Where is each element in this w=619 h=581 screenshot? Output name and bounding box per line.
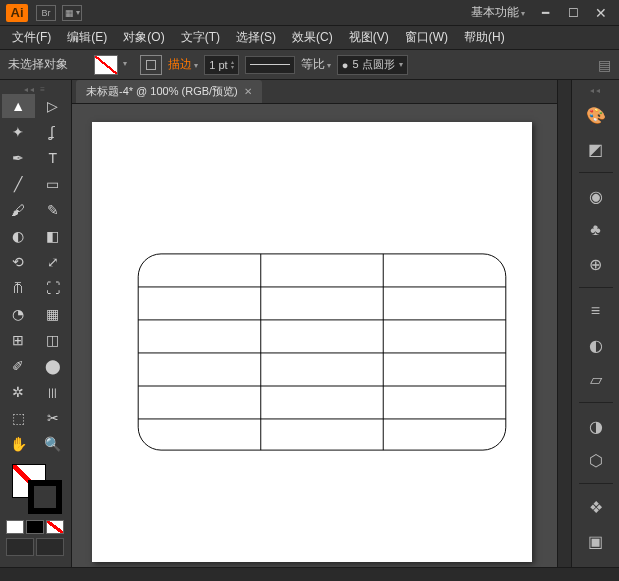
layers-panel-icon[interactable]: ❖ bbox=[581, 494, 611, 520]
direct-selection-tool[interactable]: ▷ bbox=[37, 94, 70, 118]
close-button[interactable]: ✕ bbox=[589, 4, 613, 22]
menu-select[interactable]: 选择(S) bbox=[228, 26, 284, 49]
fill-swatch[interactable] bbox=[94, 55, 118, 75]
appearance-panel-icon[interactable]: ◑ bbox=[581, 413, 611, 439]
artboard-tool[interactable]: ⬚ bbox=[2, 406, 35, 430]
panel-dock-edge[interactable] bbox=[557, 80, 571, 567]
color-mode-gradient[interactable] bbox=[26, 520, 44, 534]
zoom-tool[interactable]: 🔍 bbox=[37, 432, 70, 456]
right-panel-strip: ◂◂ 🎨 ◩ ◉ ♣ ⊕ ≡ ◐ ▱ ◑ ⬡ ❖ ▣ bbox=[571, 80, 619, 567]
shape-builder-tool[interactable]: ◔ bbox=[2, 302, 35, 326]
bridge-icon[interactable]: Br bbox=[36, 5, 56, 21]
color-panel-icon[interactable]: 🎨 bbox=[581, 102, 611, 128]
gradient-panel-icon[interactable]: ◐ bbox=[581, 332, 611, 358]
minimize-button[interactable]: ━ bbox=[533, 4, 557, 22]
perspective-tool[interactable]: ▦ bbox=[37, 302, 70, 326]
symbol-sprayer-tool[interactable]: ✲ bbox=[2, 380, 35, 404]
rounded-table-graphic[interactable] bbox=[132, 252, 512, 452]
control-menu-icon[interactable]: ▤ bbox=[598, 57, 611, 73]
lasso-tool[interactable]: ʆ bbox=[37, 120, 70, 144]
status-bar bbox=[0, 567, 619, 581]
stroke-panel-icon[interactable]: ≡ bbox=[581, 298, 611, 324]
paintbrush-tool[interactable]: 🖌 bbox=[2, 198, 35, 222]
stroke-weight-value: 1 pt bbox=[209, 59, 227, 71]
color-mode-solid[interactable] bbox=[6, 520, 24, 534]
swatches-panel-icon[interactable]: ◉ bbox=[581, 183, 611, 209]
panel-grip-icon[interactable]: ◂◂ ≡ bbox=[2, 84, 69, 94]
stroke-label[interactable]: 描边 bbox=[168, 56, 198, 73]
screen-mode-normal[interactable] bbox=[6, 538, 34, 556]
eraser-tool[interactable]: ◧ bbox=[37, 224, 70, 248]
magic-wand-tool[interactable]: ✦ bbox=[2, 120, 35, 144]
menu-edit[interactable]: 编辑(E) bbox=[59, 26, 115, 49]
brush-profile-select[interactable]: ● 5 点圆形 ▾ bbox=[337, 55, 408, 75]
panel-grip-icon[interactable]: ◂◂ bbox=[590, 86, 602, 94]
document-tab-strip: 未标题-4* @ 100% (RGB/预览) ✕ bbox=[72, 80, 557, 104]
menu-object[interactable]: 对象(O) bbox=[115, 26, 172, 49]
maximize-button[interactable]: ☐ bbox=[561, 4, 585, 22]
arrange-documents-icon[interactable]: ▦ bbox=[62, 5, 82, 21]
stroke-color-icon[interactable] bbox=[28, 480, 62, 514]
stepper-icon[interactable]: ▴▾ bbox=[231, 60, 234, 70]
menu-file[interactable]: 文件(F) bbox=[4, 26, 59, 49]
fill-stroke-control[interactable] bbox=[2, 462, 69, 516]
brushes-panel-icon[interactable]: ♣ bbox=[581, 217, 611, 243]
eyedropper-tool[interactable]: ✐ bbox=[2, 354, 35, 378]
stroke-style-preview[interactable] bbox=[245, 56, 295, 74]
mesh-tool[interactable]: ⊞ bbox=[2, 328, 35, 352]
pencil-tool[interactable]: ✎ bbox=[37, 198, 70, 222]
scale-tool[interactable]: ⤢ bbox=[37, 250, 70, 274]
artboard[interactable] bbox=[92, 122, 532, 562]
graph-tool[interactable]: ⫼ bbox=[37, 380, 70, 404]
control-bar: 未选择对象 描边 1 pt ▴▾ 等比 ● 5 点圆形 ▾ ▤ bbox=[0, 50, 619, 80]
main-area: ◂◂ ≡ ▲ ▷ ✦ ʆ ✒ T ╱ ▭ 🖌 ✎ ◐ ◧ ⟲ ⤢ ⫚ ⛶ ◔ ▦… bbox=[0, 80, 619, 567]
menu-help[interactable]: 帮助(H) bbox=[456, 26, 513, 49]
document-tab[interactable]: 未标题-4* @ 100% (RGB/预览) ✕ bbox=[76, 80, 262, 103]
artboards-panel-icon[interactable]: ▣ bbox=[581, 528, 611, 554]
menu-type[interactable]: 文字(T) bbox=[173, 26, 228, 49]
symbols-panel-icon[interactable]: ⊕ bbox=[581, 251, 611, 277]
svg-rect-0 bbox=[138, 254, 506, 450]
blend-tool[interactable]: ⬤ bbox=[37, 354, 70, 378]
free-transform-tool[interactable]: ⛶ bbox=[37, 276, 70, 300]
color-mode-none[interactable] bbox=[46, 520, 64, 534]
line-tool[interactable]: ╱ bbox=[2, 172, 35, 196]
document-area: 未标题-4* @ 100% (RGB/预览) ✕ bbox=[72, 80, 557, 567]
document-tab-title: 未标题-4* @ 100% (RGB/预览) bbox=[86, 84, 238, 99]
selection-tool[interactable]: ▲ bbox=[2, 94, 35, 118]
tools-panel: ◂◂ ≡ ▲ ▷ ✦ ʆ ✒ T ╱ ▭ 🖌 ✎ ◐ ◧ ⟲ ⤢ ⫚ ⛶ ◔ ▦… bbox=[0, 80, 72, 567]
color-guide-panel-icon[interactable]: ◩ bbox=[581, 136, 611, 162]
blob-brush-tool[interactable]: ◐ bbox=[2, 224, 35, 248]
type-tool[interactable]: T bbox=[37, 146, 70, 170]
stroke-weight-input[interactable]: 1 pt ▴▾ bbox=[204, 55, 238, 75]
width-tool[interactable]: ⫚ bbox=[2, 276, 35, 300]
pen-tool[interactable]: ✒ bbox=[2, 146, 35, 170]
menu-effect[interactable]: 效果(C) bbox=[284, 26, 341, 49]
canvas[interactable] bbox=[72, 104, 557, 567]
close-tab-icon[interactable]: ✕ bbox=[244, 86, 252, 97]
scale-label[interactable]: 等比 bbox=[301, 56, 331, 73]
screen-mode-full[interactable] bbox=[36, 538, 64, 556]
transparency-panel-icon[interactable]: ▱ bbox=[581, 366, 611, 392]
gradient-tool[interactable]: ◫ bbox=[37, 328, 70, 352]
stroke-swatch[interactable] bbox=[140, 55, 162, 75]
menu-view[interactable]: 视图(V) bbox=[341, 26, 397, 49]
hand-tool[interactable]: ✋ bbox=[2, 432, 35, 456]
brush-profile-value: 5 点圆形 bbox=[352, 57, 394, 72]
graphic-styles-panel-icon[interactable]: ⬡ bbox=[581, 447, 611, 473]
selection-status: 未选择对象 bbox=[8, 56, 68, 73]
rotate-tool[interactable]: ⟲ bbox=[2, 250, 35, 274]
menu-bar: 文件(F) 编辑(E) 对象(O) 文字(T) 选择(S) 效果(C) 视图(V… bbox=[0, 26, 619, 50]
app-logo: Ai bbox=[6, 4, 28, 22]
title-bar: Ai Br ▦ 基本功能 ━ ☐ ✕ bbox=[0, 0, 619, 26]
slice-tool[interactable]: ✂ bbox=[37, 406, 70, 430]
workspace-switcher[interactable]: 基本功能 bbox=[471, 4, 525, 21]
menu-window[interactable]: 窗口(W) bbox=[397, 26, 456, 49]
rectangle-tool[interactable]: ▭ bbox=[37, 172, 70, 196]
